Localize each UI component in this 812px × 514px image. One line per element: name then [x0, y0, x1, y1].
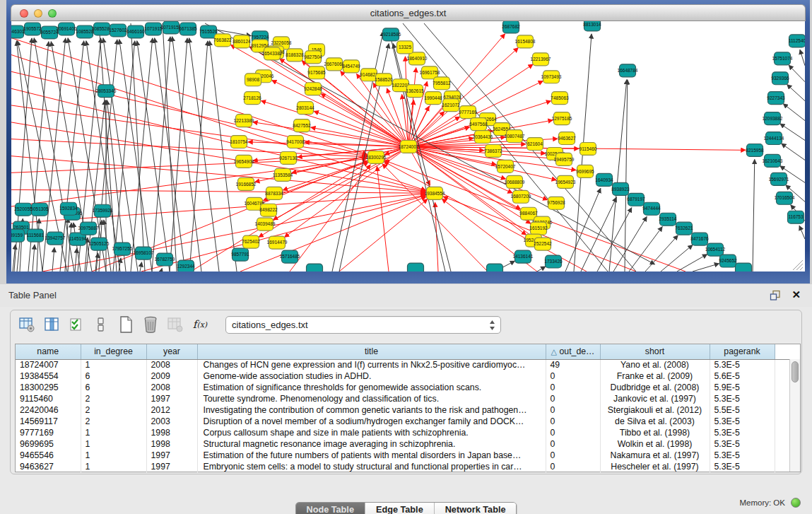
cell-year[interactable]: 1997 [146, 393, 197, 404]
cell-year[interactable]: 1997 [146, 450, 197, 461]
close-panel-icon[interactable]: ✕ [792, 288, 801, 301]
table-scrollbar-thumb[interactable] [792, 361, 799, 382]
graph-edge[interactable] [537, 267, 546, 271]
cell-pagerank[interactable]: 5.3E-5 [710, 438, 775, 450]
cell-pagerank[interactable]: 5.3E-5 [710, 393, 775, 404]
cell-title[interactable]: Estimation of significance thresholds fo… [197, 382, 546, 393]
select-columns-icon[interactable] [42, 315, 61, 334]
cell-in_degree[interactable]: 2 [81, 404, 146, 416]
cell-title[interactable]: Tourette syndrome. Phenomenology and cla… [197, 393, 546, 404]
cell-short[interactable]: Tibbo et al. (1998) [600, 427, 710, 438]
table-scrollbar[interactable] [789, 359, 800, 472]
cell-pagerank[interactable]: 5.3E-5 [710, 450, 775, 461]
graph-edge[interactable] [86, 41, 120, 271]
graph-edge[interactable] [565, 188, 601, 271]
cell-title[interactable]: Embryonic stem cells: a model to study s… [197, 461, 546, 472]
table-row[interactable]: 977716911998Corpus callosum shape and si… [16, 427, 791, 438]
cell-in_degree[interactable]: 1 [81, 438, 146, 450]
network-canvas[interactable]: 1546301190557290557242069140610855281085… [11, 21, 805, 271]
graph-edge[interactable] [787, 85, 805, 101]
tab-edge-table[interactable]: Edge Table [365, 503, 435, 514]
cell-year[interactable]: 2008 [146, 359, 197, 370]
cell-short[interactable]: Wolkin et al. (1998) [600, 438, 710, 450]
cell-title[interactable]: Disruption of a novel member of a sodium… [197, 416, 546, 427]
cell-in_degree[interactable]: 2 [81, 393, 146, 404]
table-row[interactable]: 946554611997Estimation of the future num… [16, 450, 791, 461]
table-row[interactable]: 1456911722003Disruption of a novel membe… [16, 416, 791, 427]
graph-edge[interactable] [161, 268, 162, 271]
graph-edge[interactable] [783, 104, 805, 121]
cell-name[interactable]: 18724007 [16, 359, 81, 370]
cell-out_degree[interactable]: 0 [546, 450, 600, 461]
cell-pagerank[interactable]: 5.5E-5 [710, 404, 775, 416]
cell-pagerank[interactable]: 5.3E-5 [710, 359, 775, 370]
memory-status-dot[interactable] [791, 498, 801, 508]
cell-pagerank[interactable]: 5.6E-5 [710, 370, 775, 382]
cell-out_degree[interactable]: 49 [546, 359, 600, 370]
table-row[interactable]: 969969511998Structural magnetic resonanc… [16, 438, 791, 450]
cell-name[interactable]: 9463627 [16, 461, 81, 472]
column-header-pagerank[interactable]: pagerank [710, 344, 775, 359]
rows-icon[interactable] [92, 315, 110, 334]
cell-title[interactable]: Corpus callosum shape and size in male p… [197, 427, 546, 438]
graph-edge[interactable] [753, 159, 755, 271]
graph-edge[interactable] [131, 23, 145, 271]
graph-edge[interactable] [75, 248, 77, 271]
graph-edge[interactable] [799, 226, 805, 239]
graph-edge[interactable] [68, 223, 71, 271]
cell-title[interactable]: Investigating the contribution of common… [197, 404, 546, 416]
graph-edge[interactable] [435, 202, 438, 271]
tab-network-table[interactable]: Network Table [435, 503, 517, 514]
cell-in_degree[interactable]: 2 [81, 416, 146, 427]
graph-edge[interactable] [800, 49, 805, 66]
column-header-in_degree[interactable]: in_degree [81, 344, 146, 359]
cell-name[interactable]: 9777169 [16, 427, 81, 438]
function-builder-icon[interactable]: f(x) [191, 315, 209, 334]
resize-grip-icon[interactable] [793, 260, 803, 270]
cell-out_degree[interactable]: 0 [546, 438, 600, 450]
cell-name[interactable]: 14569117 [16, 416, 81, 427]
graph-edge[interactable] [645, 235, 678, 271]
graph-edge[interactable] [613, 216, 647, 271]
cell-pagerank[interactable]: 5.3E-5 [710, 461, 775, 472]
cell-year[interactable]: 1998 [146, 427, 197, 438]
graph-edge[interactable] [137, 41, 170, 271]
graph-edge[interactable] [33, 245, 35, 271]
window-titlebar[interactable]: citations_edges.txt [11, 4, 806, 21]
cell-year[interactable]: 2009 [146, 370, 197, 382]
cell-title[interactable]: Changes of HCN gene expression and I(f) … [197, 359, 546, 370]
table-row[interactable]: 2242004622012Investigating the contribut… [16, 404, 791, 416]
graph-edge[interactable] [677, 255, 707, 271]
cell-short[interactable]: Dudbridge et al. (2008) [600, 382, 710, 393]
column-header-short[interactable]: short [600, 344, 710, 359]
cell-pagerank[interactable]: 5.3E-5 [710, 416, 775, 427]
cell-short[interactable]: Yano et al. (2008) [600, 359, 710, 370]
table-row[interactable]: 946362711997Embryonic stem cells: a mode… [16, 461, 791, 472]
graph-edge[interactable] [172, 37, 201, 271]
cell-name[interactable]: 9699695 [16, 438, 81, 450]
column-header-year[interactable]: year [146, 344, 197, 359]
graph-node[interactable] [408, 263, 424, 271]
cell-in_degree[interactable]: 1 [81, 450, 146, 461]
cell-out_degree[interactable]: 0 [546, 427, 600, 438]
graph-edge[interactable] [382, 164, 488, 271]
graph-edge[interactable] [789, 65, 805, 82]
graph-edge[interactable] [11, 189, 425, 193]
cell-short[interactable]: Hescheler et al. (1997) [600, 461, 710, 472]
table-row[interactable]: 1872400712008Changes of HCN gene express… [16, 359, 791, 370]
delete-icon[interactable] [141, 315, 160, 334]
table-settings-icon[interactable] [18, 315, 36, 334]
cell-out_degree[interactable]: 0 [546, 382, 600, 393]
select-all-icon[interactable] [67, 315, 86, 334]
table-row[interactable]: 911546021997Tourette syndrome. Phenomeno… [16, 393, 791, 404]
cell-short[interactable]: Stergiakouli et al. (2012) [600, 404, 710, 416]
cell-in_degree[interactable]: 1 [81, 359, 146, 370]
cell-short[interactable]: de Silva et al. (2003) [600, 416, 710, 427]
cell-year[interactable]: 1997 [146, 461, 197, 472]
cell-name[interactable]: 19384554 [16, 370, 81, 382]
graph-edge[interactable] [625, 80, 628, 271]
cell-short[interactable]: Nakamura et al. (1997) [600, 450, 710, 461]
network-graph[interactable]: 1546301190557290557242069140610855281085… [11, 21, 805, 271]
cell-in_degree[interactable]: 1 [81, 427, 146, 438]
cell-short[interactable]: Jankovic et al. (1997) [600, 393, 710, 404]
